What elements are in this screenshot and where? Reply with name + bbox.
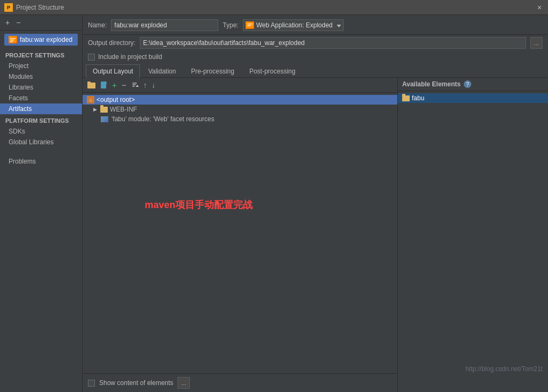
svg-rect-3 (10, 38, 16, 39)
content-area: Name: Type: Web Application: Exploded (83, 15, 548, 392)
include-build-label: Include in project build (98, 53, 162, 61)
artifact-type-icon (9, 36, 17, 43)
add-file-button[interactable] (99, 80, 109, 90)
name-type-row: Name: Type: Web Application: Exploded (83, 15, 548, 35)
sidebar-item-project[interactable]: Project (0, 61, 82, 71)
available-elements-title: Available Elements (402, 80, 461, 88)
available-item-fabu[interactable]: fabu (398, 93, 548, 103)
module-icon (101, 116, 108, 122)
add-folder-button[interactable] (86, 80, 98, 90)
type-dropdown[interactable]: Web Application: Exploded (243, 19, 344, 31)
show-content-checkbox[interactable] (88, 380, 95, 387)
move-down-button[interactable]: ↓ (150, 80, 157, 90)
available-elements-header: Available Elements ? (398, 78, 548, 91)
platform-settings-header: PLATFORM SETTINGS (0, 114, 82, 126)
tab-validation[interactable]: Validation (141, 64, 183, 78)
svg-rect-5 (10, 41, 13, 42)
tab-post-processing[interactable]: Post-processing (242, 64, 302, 78)
include-row: Include in project build (83, 51, 548, 64)
title-bar: P Project Structure × (0, 0, 548, 15)
tabs-bar: Output Layout Validation Pre-processing … (83, 64, 548, 78)
fabu-module-label: 'fabu' module: 'Web' facet resources (112, 115, 214, 123)
dropdown-arrow-icon (337, 21, 341, 29)
output-tree-panel: + − ↑ ↓ (83, 78, 398, 392)
name-input[interactable] (111, 19, 218, 31)
tree-item-output-root[interactable]: ⌂ <output root> (83, 95, 397, 105)
sidebar: + − fabu:war exploded (0, 15, 83, 392)
sidebar-item-problems[interactable]: Problems (0, 156, 82, 167)
svg-rect-10 (87, 82, 91, 83)
show-content-more-button[interactable]: ... (177, 377, 190, 389)
add-artifact-button[interactable]: + (3, 17, 12, 28)
output-dir-label: Output directory: (88, 39, 136, 47)
svg-text:P: P (7, 5, 10, 10)
type-dropdown-icon (246, 21, 254, 29)
sidebar-item-modules[interactable]: Modules (0, 71, 82, 82)
svg-rect-4 (10, 40, 14, 41)
svg-rect-7 (247, 24, 253, 25)
available-folder-icon (402, 95, 410, 101)
show-content-label: Show content of elements (99, 379, 173, 387)
output-layout-panel: + − ↑ ↓ (83, 78, 548, 392)
tree-item-fabu-module[interactable]: 'fabu' module: 'Web' facet resources (83, 114, 397, 124)
type-label: Type: (223, 21, 238, 29)
artifact-item-fabu[interactable]: fabu:war exploded (4, 34, 78, 46)
svg-rect-8 (247, 25, 251, 26)
svg-rect-9 (87, 83, 95, 88)
sidebar-item-libraries[interactable]: Libraries (0, 82, 82, 93)
tree-item-web-inf[interactable]: ▶ WEB-INF (83, 105, 397, 114)
sidebar-item-facets[interactable]: Facets (0, 93, 82, 103)
tree-content: ⌂ <output root> ▶ WEB-INF (83, 93, 397, 373)
tab-pre-processing[interactable]: Pre-processing (184, 64, 241, 78)
remove-artifact-button[interactable]: − (14, 17, 23, 28)
browse-button[interactable]: ... (530, 37, 543, 49)
sidebar-item-global-libraries[interactable]: Global Libraries (0, 137, 82, 147)
output-dir-input[interactable] (140, 37, 526, 49)
available-help-icon[interactable]: ? (464, 80, 471, 88)
sort-button[interactable] (130, 80, 140, 90)
sidebar-item-sdks[interactable]: SDKs (0, 126, 82, 137)
output-dir-row: Output directory: ... (83, 35, 548, 51)
tab-output-layout[interactable]: Output Layout (86, 64, 140, 78)
name-label: Name: (88, 21, 107, 29)
web-inf-label: WEB-INF (110, 106, 137, 113)
artifact-item-label: fabu:war exploded (20, 36, 72, 43)
window-title: Project Structure (16, 4, 64, 11)
move-up-button[interactable]: ↑ (142, 80, 149, 90)
add-button[interactable]: + (110, 79, 119, 91)
chevron-down-icon (337, 25, 341, 27)
tree-toolbar: + − ↑ ↓ (83, 78, 397, 93)
include-build-checkbox[interactable] (88, 54, 95, 61)
remove-button[interactable]: − (120, 79, 128, 91)
close-button[interactable]: × (535, 3, 544, 12)
app-icon: P (4, 3, 13, 12)
sidebar-toolbar: + − (0, 15, 82, 31)
output-root-label: <output root> (97, 96, 135, 103)
output-root-icon: ⌂ (87, 96, 94, 103)
expand-arrow-icon: ▶ (93, 107, 97, 112)
type-dropdown-text: Web Application: Exploded (256, 21, 333, 29)
available-item-label: fabu (412, 94, 424, 102)
available-content: fabu (398, 91, 548, 392)
sidebar-item-artifacts[interactable]: Artifacts (0, 103, 82, 114)
show-content-row: Show content of elements ... (83, 373, 397, 392)
project-settings-header: PROJECT SETTINGS (0, 49, 82, 61)
folder-icon (100, 107, 108, 113)
svg-rect-11 (101, 82, 106, 88)
available-elements-panel: Available Elements ? fabu (398, 78, 548, 392)
